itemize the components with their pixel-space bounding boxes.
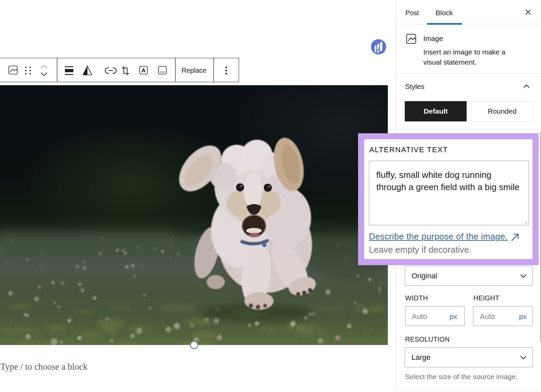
svg-text:A: A [141, 67, 145, 74]
svg-text:Replace: Replace [182, 67, 206, 74]
